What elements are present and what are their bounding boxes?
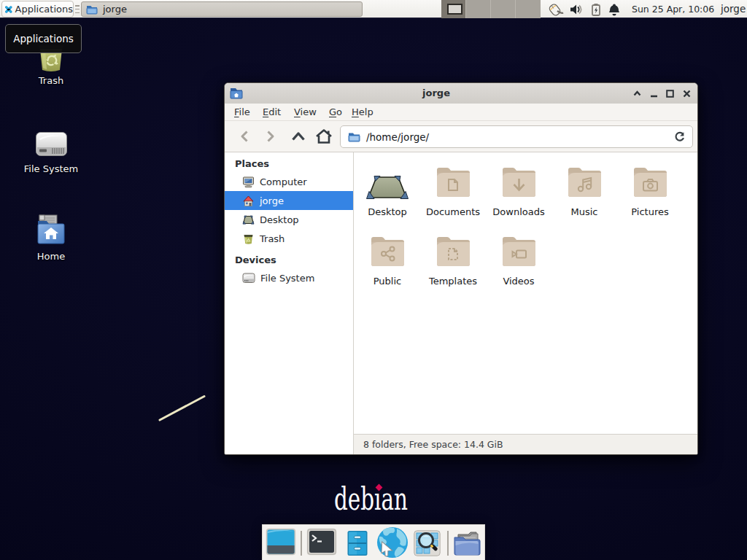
sidebar-item-label: Trash [260, 233, 285, 244]
file-item-label: Public [355, 276, 420, 287]
sidebar-item-file-system[interactable]: File System [225, 268, 353, 287]
desktop-icon-home[interactable]: Home [0, 214, 102, 262]
sidebar-header-places: Places [235, 158, 269, 169]
tooltip-text: Applications [13, 33, 73, 44]
file-manager-window[interactable]: jorge File Edit View Go Help [224, 82, 698, 455]
folder-public-icon [355, 229, 420, 270]
sidebar-item-desktop[interactable]: Desktop [225, 210, 353, 229]
home-icon [242, 195, 255, 207]
window-titlebar[interactable]: jorge [225, 83, 697, 104]
location-path-text[interactable]: /home/jorge/ [366, 131, 674, 143]
notification-bell-tray-icon[interactable] [608, 3, 620, 16]
file-cabinet-icon[interactable] [347, 530, 368, 556]
window-maximize-button[interactable] [664, 88, 676, 100]
mouse-tray-icon[interactable] [548, 2, 565, 16]
folder-templates-icon [420, 229, 486, 270]
applications-menu-label: Applications [15, 4, 73, 15]
file-item-documents[interactable]: Documents [420, 160, 486, 217]
terminal-icon[interactable] [306, 528, 337, 556]
folder-icon [348, 131, 360, 142]
window-shade-button[interactable] [631, 88, 643, 100]
taskbar-window-button[interactable]: jorge [81, 1, 363, 17]
drive-icon [242, 273, 255, 284]
home-folder-icon [0, 214, 102, 246]
workspace-2[interactable] [466, 0, 491, 18]
back-button[interactable] [236, 121, 252, 152]
desktop-icon-label: Home [0, 251, 102, 262]
sidebar-item-label: File System [260, 273, 314, 284]
menu-go[interactable]: Go [329, 104, 342, 120]
folder-icon [86, 4, 98, 15]
window-title: jorge [422, 83, 450, 104]
sidebar-item-trash[interactable]: Trash [225, 229, 353, 248]
file-system-icon [0, 130, 102, 159]
volume-tray-icon[interactable] [570, 4, 583, 15]
top-panel: Applications jorge [0, 0, 747, 18]
dock-separator [447, 531, 449, 556]
panel-clock[interactable]: Sun 25 Apr, 10:06 [632, 0, 714, 18]
applications-menu-button[interactable]: Applications [1, 1, 74, 18]
workspace-3[interactable] [491, 0, 516, 18]
sidebar-item-label: jorge [260, 195, 284, 206]
desktop-icon-label: File System [0, 163, 102, 174]
reload-icon[interactable] [674, 131, 685, 143]
file-item-label: Documents [420, 206, 486, 217]
window-close-button[interactable] [681, 88, 693, 100]
panel-user-label[interactable]: jorge [721, 0, 746, 18]
window-titlebar-icon [229, 86, 244, 100]
file-item-videos[interactable]: Videos [486, 229, 551, 287]
wallpaper-swoosh [153, 390, 212, 427]
file-item-desktop[interactable]: Desktop [355, 160, 420, 217]
file-manager-icon[interactable] [452, 529, 481, 556]
forward-button[interactable] [263, 121, 279, 152]
workspace-pager[interactable] [441, 0, 541, 18]
menu-edit[interactable]: Edit [263, 104, 281, 120]
file-item-music[interactable]: Music [551, 160, 617, 217]
folder-music-icon [551, 160, 617, 201]
statusbar: 8 folders, Free space: 14.4 GiB [354, 434, 697, 454]
file-item-public[interactable]: Public [355, 229, 420, 287]
folder-videos-icon [486, 229, 551, 270]
sidebar-item-label: Desktop [260, 214, 299, 225]
sidebar-item-computer[interactable]: Computer [225, 172, 353, 191]
menu-view[interactable]: View [294, 104, 317, 120]
window-minimize-button[interactable] [648, 88, 660, 100]
workspace-4[interactable] [516, 0, 541, 18]
file-item-label: Music [551, 206, 617, 217]
sidebar-item-label: Computer [260, 176, 307, 187]
desktop-background: debıan [0, 0, 747, 560]
sidebar-item-jorge[interactable]: jorge [225, 191, 353, 210]
desktop-icon-label: Trash [0, 75, 102, 86]
workspace-window-miniature [447, 4, 462, 15]
sidebar: Places Computer [225, 152, 354, 454]
workspace-1[interactable] [441, 0, 466, 18]
web-browser-icon[interactable] [376, 526, 409, 559]
window-toolbar: /home/jorge/ [225, 121, 697, 152]
trash-icon [242, 233, 255, 245]
panel-grip-handle[interactable] [75, 5, 80, 13]
menu-file[interactable]: File [234, 104, 250, 120]
app-finder-icon[interactable] [414, 530, 441, 556]
menu-help[interactable]: Help [352, 104, 374, 120]
computer-icon [242, 176, 255, 188]
up-button[interactable] [289, 121, 308, 152]
taskbar-window-label: jorge [103, 4, 127, 15]
debian-logo: debıan [334, 481, 442, 517]
file-item-pictures[interactable]: Pictures [617, 160, 683, 217]
show-desktop-icon[interactable] [266, 528, 296, 556]
home-button[interactable] [314, 121, 334, 152]
file-list-area[interactable]: Desktop Docume [354, 152, 697, 454]
file-item-label: Desktop [355, 206, 420, 217]
file-item-downloads[interactable]: Downloads [486, 160, 551, 217]
file-item-templates[interactable]: Templates [420, 229, 486, 287]
xfce-logo-icon [5, 3, 12, 16]
desktop-icon [242, 214, 255, 226]
file-item-label: Pictures [617, 206, 683, 217]
desktop-icon-file-system[interactable]: File System [0, 130, 102, 174]
location-bar[interactable]: /home/jorge/ [340, 125, 693, 148]
battery-tray-icon[interactable] [591, 3, 601, 16]
sidebar-header-devices: Devices [235, 254, 276, 265]
dock-separator [301, 531, 302, 556]
folder-downloads-icon [486, 160, 551, 201]
file-item-label: Videos [486, 276, 551, 287]
